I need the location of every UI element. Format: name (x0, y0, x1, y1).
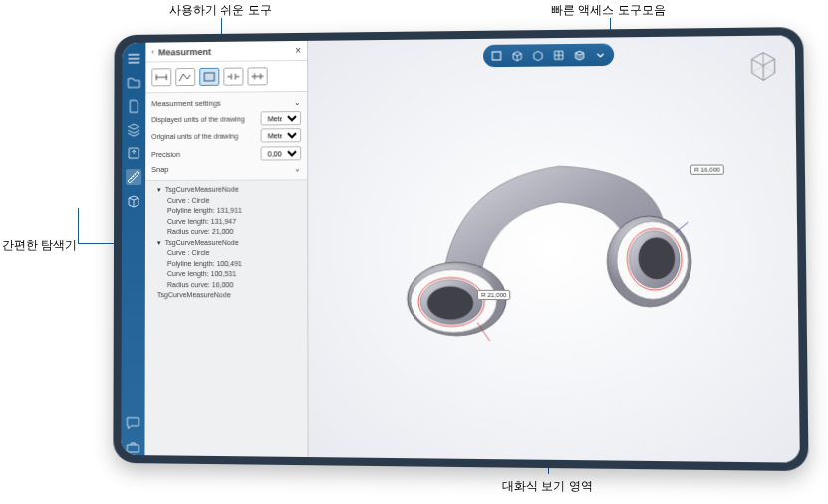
callout-line-nav-v (78, 208, 79, 244)
chevron-down-icon: ⌄ (294, 164, 301, 173)
displayed-units-label: Displayed units of the drawing (151, 115, 245, 123)
measurement-tools (145, 61, 307, 93)
layers-icon[interactable] (126, 122, 141, 137)
back-icon[interactable]: ‹ (151, 48, 154, 57)
qbtn-select[interactable] (487, 47, 506, 65)
label-quick-access: 빠른 액세스 도구모음 (551, 2, 666, 19)
briefcase-icon[interactable] (125, 439, 140, 455)
label-interactive-view: 대화식 보기 영역 (502, 478, 593, 495)
svg-point-11 (639, 238, 675, 279)
measurement-tag-r1[interactable]: R 21,000 (477, 290, 511, 300)
left-toolbar (121, 43, 145, 455)
tool-area[interactable] (199, 68, 219, 86)
pipe-model (354, 120, 751, 378)
settings-label: Measurment settings (151, 99, 221, 109)
qbtn-cube2[interactable] (529, 46, 548, 64)
panel-header: ‹ Measurment × (145, 41, 307, 63)
label-easy-tools: 사용하기 쉬운 도구 (169, 2, 272, 19)
chevron-down-icon: ⌄ (294, 98, 301, 107)
tree-leaf: Radius curve: 21,000 (167, 227, 301, 238)
precision-select[interactable]: 0,000 (261, 146, 302, 160)
svg-rect-0 (204, 73, 214, 81)
tool-edge[interactable] (223, 68, 243, 86)
original-units-label: Original units of the drawing (151, 132, 238, 140)
tool-point[interactable] (247, 67, 267, 85)
measurement-panel: ‹ Measurment × (144, 41, 308, 457)
export-icon[interactable] (126, 145, 141, 161)
tree-leaf: Radius curve: 16,000 (167, 280, 301, 291)
tree-leaf: Curve : Circle (167, 195, 301, 206)
precision-label: Precision (151, 150, 180, 157)
tree-leaf: Curve length: 131,947 (167, 216, 301, 227)
open-file-icon[interactable] (126, 75, 141, 91)
device-frame: ‹ Measurment × (113, 27, 808, 471)
app-screen: ‹ Measurment × (121, 35, 799, 462)
tree-node-label[interactable]: TsgCurveMeasureNode (165, 238, 239, 245)
svg-rect-1 (492, 52, 500, 60)
expand-icon[interactable]: ▾ (157, 238, 161, 245)
hamburger-icon[interactable] (126, 51, 141, 67)
tree-leaf: Polyline length: 131,911 (167, 206, 301, 217)
tree-leaf: Polyline length: 100,491 (167, 259, 301, 270)
qbtn-collapse[interactable] (591, 46, 610, 65)
displayed-units-select[interactable]: Meters (261, 111, 301, 125)
document-icon[interactable] (126, 98, 141, 114)
tool-polyline[interactable] (175, 68, 195, 86)
quick-access-toolbar (483, 44, 614, 68)
label-simple-nav: 간편한 탐색기 (2, 237, 77, 254)
original-units-select[interactable]: Meters (261, 128, 301, 142)
tree-node-label[interactable]: TsgCurveMeasureNode (165, 186, 239, 193)
panel-title: Measurment (158, 46, 295, 57)
qbtn-cube3[interactable] (570, 46, 589, 64)
tool-distance[interactable] (151, 68, 171, 86)
measurement-tree: ▾ TsgCurveMeasureNode Curve : Circle Pol… (145, 180, 308, 305)
view-cube-gizmo[interactable] (744, 48, 783, 85)
measure-icon[interactable] (126, 169, 141, 185)
close-icon[interactable]: × (295, 45, 301, 56)
snap-toggle[interactable]: Snap ⌄ (151, 162, 301, 176)
qbtn-cube1[interactable] (508, 46, 527, 64)
chat-icon[interactable] (125, 415, 140, 431)
settings-toggle[interactable]: Measurment settings ⌄ (151, 96, 301, 110)
tree-node-label[interactable]: TsgCurveMeasureNode (157, 291, 231, 298)
box-icon[interactable] (126, 193, 141, 209)
snap-label: Snap (151, 165, 169, 174)
tree-leaf: Curve : Circle (167, 248, 301, 259)
expand-icon[interactable]: ▾ (157, 186, 161, 193)
measurement-tag-r2[interactable]: R 16,000 (690, 164, 724, 174)
qbtn-grid[interactable] (549, 46, 568, 64)
svg-point-6 (427, 287, 473, 320)
tree-leaf: Curve length: 100,531 (167, 269, 301, 280)
viewport-3d[interactable]: R 21,000 R 16,000 (308, 35, 800, 462)
